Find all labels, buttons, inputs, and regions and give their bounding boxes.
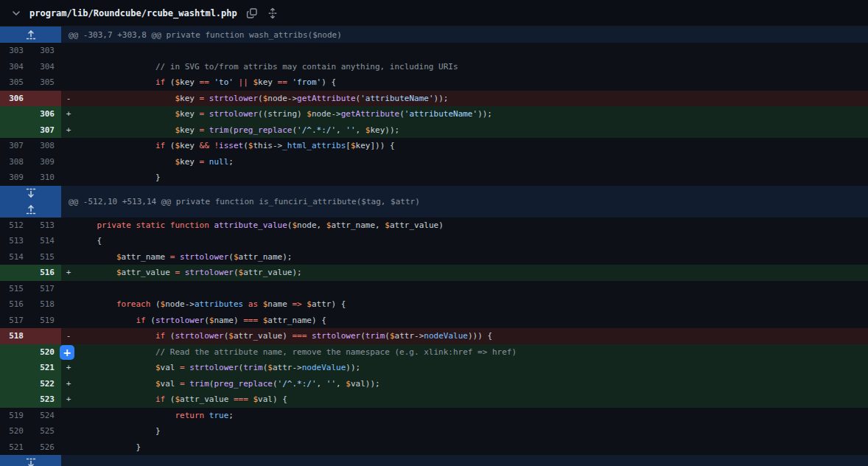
old-line-number[interactable] bbox=[0, 360, 30, 376]
file-collapse-button[interactable] bbox=[7, 4, 25, 22]
chevron-down-icon bbox=[10, 7, 22, 19]
old-line-number[interactable]: 305 bbox=[0, 74, 30, 91]
old-line-number[interactable]: 519 bbox=[0, 408, 30, 424]
new-line-number[interactable]: 519 bbox=[30, 313, 61, 329]
old-line-number[interactable]: 515 bbox=[0, 281, 30, 297]
hunk-header-text: @@ -512,10 +513,14 @@ private function i… bbox=[61, 186, 868, 218]
old-line-number[interactable]: 307 bbox=[0, 138, 30, 154]
old-line-number[interactable] bbox=[0, 106, 30, 122]
diff-row: 514515 $attr_name = strtolower($attr_nam… bbox=[0, 249, 868, 265]
old-line-number[interactable]: 306 bbox=[0, 91, 30, 107]
diff-row: 516+ $attr_value = strtolower($attr_valu… bbox=[0, 265, 868, 281]
new-line-number[interactable]: 309 bbox=[30, 154, 61, 170]
old-line-number[interactable]: 521 bbox=[0, 439, 30, 456]
new-line-number[interactable]: 522 bbox=[30, 376, 61, 392]
new-line-number[interactable]: 517 bbox=[30, 281, 61, 297]
new-line-number[interactable]: 513 bbox=[30, 218, 61, 234]
diff-sign-cell bbox=[61, 138, 76, 154]
new-line-number[interactable]: 525 bbox=[30, 423, 61, 439]
new-line-number[interactable]: 310 bbox=[30, 170, 61, 186]
new-line-number[interactable] bbox=[30, 91, 61, 107]
old-line-number[interactable] bbox=[0, 122, 30, 139]
diff-row: 303303 bbox=[0, 43, 868, 59]
diff-row: 304304 // in SVG to/from attribs may con… bbox=[0, 59, 868, 75]
new-line-number[interactable]: 520 bbox=[30, 344, 61, 361]
diff-row: 519524 return true; bbox=[0, 408, 868, 424]
diff-sign-cell bbox=[61, 439, 76, 456]
old-line-number[interactable]: 518 bbox=[0, 328, 30, 344]
diff-sign-cell bbox=[61, 170, 76, 186]
old-line-number[interactable]: 309 bbox=[0, 170, 30, 186]
new-line-number[interactable]: 518 bbox=[30, 296, 61, 313]
file-path[interactable]: program/lib/Roundcube/rcube_washtml.php bbox=[29, 8, 237, 18]
code-line: $val = strtolower(trim($attr->nodeValue)… bbox=[76, 360, 868, 376]
old-line-number[interactable]: 516 bbox=[0, 296, 30, 313]
code-line: } bbox=[76, 423, 868, 439]
new-line-number[interactable]: 308 bbox=[30, 138, 61, 154]
hunk-header-row bbox=[0, 455, 868, 466]
expand-all-button[interactable] bbox=[264, 4, 281, 22]
new-line-number[interactable]: 514 bbox=[30, 233, 61, 249]
diff-row: 521526 } bbox=[0, 439, 868, 456]
diff-row: 513514 { bbox=[0, 233, 868, 249]
code-line: $key = trim(preg_replace('/^.*:/', '', $… bbox=[76, 122, 868, 139]
old-line-number[interactable] bbox=[0, 392, 30, 408]
code-line bbox=[76, 43, 868, 59]
diff-sign-cell bbox=[61, 423, 76, 439]
old-line-number[interactable]: 520 bbox=[0, 423, 30, 439]
expand-up-button[interactable] bbox=[0, 201, 61, 218]
diff-sign-cell: + bbox=[61, 392, 76, 408]
expand-down-button[interactable] bbox=[0, 186, 61, 202]
old-line-number[interactable] bbox=[0, 344, 30, 361]
expand-down-button[interactable] bbox=[0, 455, 61, 466]
new-line-number[interactable]: 523 bbox=[30, 392, 61, 408]
code-line: private static function attribute_value(… bbox=[76, 218, 868, 234]
old-line-number[interactable]: 513 bbox=[0, 233, 30, 249]
diff-sign-cell bbox=[61, 59, 76, 75]
new-line-number[interactable]: 524 bbox=[30, 408, 61, 424]
diff-sign-cell: - bbox=[61, 91, 76, 107]
new-line-number[interactable]: 305 bbox=[30, 74, 61, 91]
new-line-number[interactable]: 516 bbox=[30, 265, 61, 281]
new-line-number[interactable]: 304 bbox=[30, 59, 61, 75]
code-line: if ($key && !isset($this->_html_attribs[… bbox=[76, 138, 868, 154]
old-line-number[interactable]: 512 bbox=[0, 218, 30, 234]
new-line-number[interactable]: 515 bbox=[30, 249, 61, 265]
copy-path-button[interactable] bbox=[243, 4, 261, 22]
diff-row: 305305 if ($key == 'to' || $key == 'from… bbox=[0, 74, 868, 91]
fold-down-icon bbox=[25, 187, 37, 199]
old-line-number[interactable]: 308 bbox=[0, 154, 30, 170]
diff-row: 309310 } bbox=[0, 170, 868, 186]
diff-row: 520525 } bbox=[0, 423, 868, 439]
old-line-number[interactable] bbox=[0, 265, 30, 281]
copy-icon bbox=[246, 7, 258, 19]
new-line-number[interactable]: 306 bbox=[30, 106, 61, 122]
file-header: program/lib/Roundcube/rcube_washtml.php bbox=[0, 0, 868, 27]
new-line-number[interactable] bbox=[30, 328, 61, 344]
diff-sign-cell bbox=[61, 249, 76, 265]
code-line bbox=[76, 281, 868, 297]
new-line-number[interactable]: 526 bbox=[30, 439, 61, 456]
code-line: $key = null; bbox=[76, 154, 868, 170]
hunk-expander-gutter bbox=[0, 27, 61, 43]
old-line-number[interactable]: 303 bbox=[0, 43, 30, 59]
old-line-number[interactable]: 514 bbox=[0, 249, 30, 265]
diff-table: @@ -303,7 +303,8 @@ private function was… bbox=[0, 27, 868, 466]
diff-row: 520+ // Read the attribute name, remove … bbox=[0, 344, 868, 361]
code-line: foreach ($node->attributes as $name => $… bbox=[76, 296, 868, 313]
fold-up-icon bbox=[25, 29, 37, 41]
code-line: } bbox=[76, 170, 868, 186]
add-comment-button[interactable]: + bbox=[60, 345, 74, 360]
code-line: if ($attr_value === $val) { bbox=[76, 392, 868, 408]
expand-up-button[interactable] bbox=[0, 27, 61, 43]
old-line-number[interactable]: 304 bbox=[0, 59, 30, 75]
new-line-number[interactable]: 521 bbox=[30, 360, 61, 376]
diff-row: 306- $key = strtolower($node->getAttribu… bbox=[0, 91, 868, 107]
code-line: $val = trim(preg_replace('/^.*:/', '', $… bbox=[76, 376, 868, 392]
diff-viewer: program/lib/Roundcube/rcube_washtml.php … bbox=[0, 0, 868, 466]
new-line-number[interactable]: 303 bbox=[30, 43, 61, 59]
old-line-number[interactable] bbox=[0, 376, 30, 392]
diff-row: 518- if (strtolower($attr_value) === str… bbox=[0, 328, 868, 344]
new-line-number[interactable]: 307 bbox=[30, 122, 61, 139]
old-line-number[interactable]: 517 bbox=[0, 313, 30, 329]
